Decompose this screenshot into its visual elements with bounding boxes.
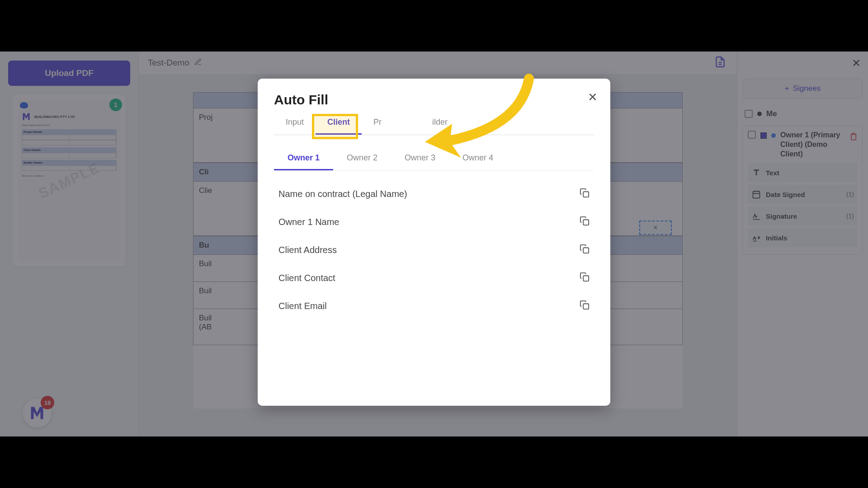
svg-rect-1	[583, 192, 589, 197]
sub-tab-owner-3[interactable]: Owner 3	[391, 147, 449, 170]
autofill-field-label: Client Address	[278, 245, 580, 255]
tab-input[interactable]: Input	[274, 111, 316, 135]
sub-tab-owner-1[interactable]: Owner 1	[274, 147, 333, 170]
autofill-field-label: Name on contract (Legal Name)	[278, 189, 580, 199]
app-frame: Upload PDF ··· BUILDMACRO PTY LTD Client…	[0, 52, 868, 436]
svg-rect-4	[583, 276, 589, 281]
autofill-field-row[interactable]: Client Address	[274, 236, 594, 264]
copy-icon[interactable]	[580, 300, 590, 312]
modal-title: Auto Fill	[274, 92, 594, 108]
tab-client[interactable]: Client	[316, 111, 362, 135]
sub-tab-owner-4[interactable]: Owner 4	[449, 147, 507, 170]
svg-rect-3	[583, 248, 589, 253]
autofill-field-label: Owner 1 Name	[278, 217, 580, 227]
modal-close-button[interactable]: ✕	[588, 90, 598, 104]
autofill-field-list: Name on contract (Legal Name) Owner 1 Na…	[274, 180, 594, 320]
sub-tab-owner-2[interactable]: Owner 2	[333, 147, 391, 170]
autofill-field-row[interactable]: Name on contract (Legal Name)	[274, 180, 594, 208]
autofill-field-row[interactable]: Client Email	[274, 292, 594, 320]
autofill-modal: Auto Fill ✕ Input Client Pr ilder Owner …	[258, 79, 610, 406]
autofill-field-label: Client Contact	[278, 273, 580, 283]
copy-icon[interactable]	[580, 188, 590, 200]
copy-icon[interactable]	[580, 216, 590, 228]
owner-tabs: Owner 1 Owner 2 Owner 3 Owner 4	[274, 147, 594, 171]
autofill-field-label: Client Email	[278, 301, 580, 311]
autofill-field-row[interactable]: Client Contact	[274, 264, 594, 292]
tab-builder[interactable]: ilder	[420, 111, 459, 135]
modal-tabs: Input Client Pr ilder	[274, 111, 594, 135]
copy-icon[interactable]	[580, 244, 590, 256]
svg-rect-2	[583, 220, 589, 225]
autofill-field-row[interactable]: Owner 1 Name	[274, 208, 594, 236]
copy-icon[interactable]	[580, 272, 590, 284]
tab-project[interactable]: Pr	[362, 111, 393, 135]
svg-rect-5	[583, 304, 589, 309]
